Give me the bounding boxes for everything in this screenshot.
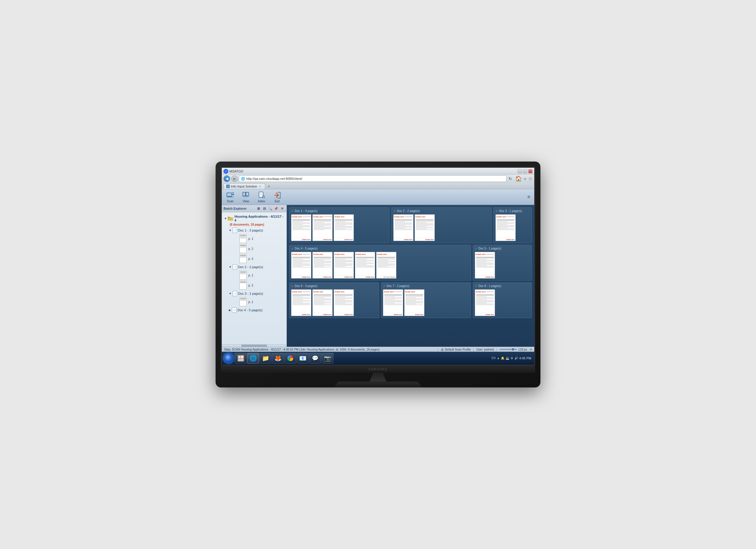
doc-page-thumb[interactable]: Kodak alaris ══════ — [496, 214, 516, 241]
page-line — [314, 297, 331, 297]
forward-button[interactable]: ▶ — [231, 175, 238, 182]
doc-page-thumb[interactable]: Kodak alaris ══════ — [393, 214, 413, 241]
refresh-icon[interactable]: ↺ — [529, 348, 532, 351]
scan-profile-text: Default Scan Profile — [445, 348, 471, 351]
minimize-button[interactable]: — — [518, 169, 522, 173]
tab-close-button[interactable]: × — [258, 185, 262, 188]
doc-page-thumb[interactable]: Kodak alaris ═══════ — [291, 214, 311, 241]
doc-2-check-icon: ✓ — [393, 209, 396, 213]
taskbar-app-explorer[interactable]: 🪟 — [235, 353, 247, 364]
start-button[interactable] — [223, 353, 234, 364]
thumb-line — [240, 257, 246, 258]
scrollbar-thumb[interactable] — [241, 345, 267, 347]
doc-page-thumb[interactable]: Kodak alaris — [312, 289, 333, 316]
page-line — [416, 225, 434, 226]
doc-2-title-row[interactable]: ▼ 📄 Doc 2 - 2 page(s) — [228, 264, 285, 270]
address-bar[interactable]: 🌐 http://qa-cam.cloudapp.net:8080/client… — [239, 175, 506, 182]
page-line — [292, 262, 310, 262]
doc-page-thumb[interactable]: Kodak alaris — [376, 252, 396, 278]
view-button[interactable]: View — [239, 190, 252, 204]
sidebar-pin-button[interactable]: 📌 — [273, 206, 279, 211]
doc-1-title-row[interactable]: ▼ 📄 Doc 1 - 3 page(s) — [228, 227, 285, 234]
taskbar-app-folder[interactable]: 📁 — [260, 353, 271, 364]
scan-profile-area: 🖨 Default Scan Profile — [441, 348, 471, 351]
page-thumb-content — [240, 271, 246, 279]
scan-button[interactable]: Scan — [224, 190, 237, 204]
doc-3-title-row[interactable]: ▼ 📄 Doc 3 - 1 page(s) — [228, 290, 285, 297]
page-item[interactable]: p. 1 — [238, 234, 285, 244]
batch-title-row[interactable]: ▼ Housing Applications - 4/11/17 - 4 — [223, 214, 285, 223]
kodak-brand: Kodak — [377, 253, 382, 255]
doc-2-icon: 📄 — [232, 264, 237, 270]
refresh-button[interactable]: ↻ — [508, 176, 513, 181]
sidebar-scrollbar[interactable] — [222, 344, 286, 347]
page-item[interactable]: p. 3 — [238, 254, 285, 264]
page-thumb — [239, 281, 247, 290]
doc-node-3: ▼ 📄 Doc 3 - 1 page(s) — [228, 290, 285, 307]
sidebar-search-button[interactable]: 🔍 — [268, 206, 273, 211]
index-button[interactable]: Index — [255, 190, 268, 204]
doc-page-thumb[interactable]: Kodak alaris — [415, 214, 435, 241]
page-footer-band: Kodak alaris — [496, 238, 515, 241]
taskbar-app-outlook[interactable]: 📧 — [297, 353, 309, 364]
maximize-button[interactable]: □ — [523, 169, 527, 173]
page-line — [476, 262, 487, 262]
close-button[interactable]: × — [528, 169, 532, 173]
page-item[interactable]: p. 2 — [238, 280, 285, 290]
page-header-band: Kodak alaris ══════ — [291, 290, 311, 294]
alaris-brand: alaris — [383, 253, 387, 255]
doc-1-collapse-arrow[interactable]: ▼ — [229, 229, 232, 232]
settings-icon[interactable]: ⚙ — [528, 176, 532, 182]
exit-button[interactable]: Exit — [271, 190, 284, 204]
page-footer-band: Kodak alaris — [291, 238, 311, 241]
doc-4-expand-arrow[interactable]: ▶ — [229, 309, 231, 312]
doc-page-thumb[interactable]: Kodak alaris ═══════ — [312, 214, 333, 241]
doc-2-collapse-arrow[interactable]: ▼ — [229, 265, 232, 268]
new-tab-button[interactable]: + — [266, 184, 272, 189]
page-footer-band: Kodak alaris — [334, 238, 353, 241]
page-line — [497, 228, 507, 228]
taskbar-app-camera[interactable]: 📷 — [322, 353, 333, 364]
doc-page-thumb[interactable]: Kodak alaris — [404, 289, 424, 316]
page-label: p. 2 — [248, 247, 253, 250]
doc-page-thumb[interactable]: Kodak alaris ══════ — [475, 252, 495, 278]
back-button[interactable]: ◀ — [224, 175, 230, 182]
page-line — [476, 261, 494, 261]
doc-2-page-list: p. 1 p. 2 — [238, 270, 285, 290]
page-line — [497, 219, 514, 220]
home-icon[interactable]: 🏠 — [515, 175, 522, 182]
doc-page-thumb[interactable]: Kodak alaris ══════ — [291, 252, 311, 278]
zoom-slider[interactable] — [499, 349, 517, 350]
doc-page-thumb[interactable]: Kodak alaris — [355, 252, 375, 278]
favorites-icon[interactable]: ★ — [523, 176, 527, 182]
doc-page-thumb[interactable]: Kodak alaris — [334, 214, 354, 241]
batch-collapse-arrow[interactable]: ▼ — [224, 217, 227, 220]
page-item[interactable]: p. 2 — [238, 244, 285, 254]
doc-page-thumb[interactable]: Kodak alaris ══════ — [475, 289, 495, 316]
tray-up-arrow[interactable]: ▲ — [497, 356, 500, 360]
doc-4-title-row[interactable]: ▶ 📄 Doc 4 - 5 page(s) — [228, 307, 285, 313]
page-line — [395, 222, 412, 223]
doc-4-pages: Kodak alaris ══════ — [291, 252, 469, 278]
page-content — [394, 219, 413, 238]
taskbar-app-chrome[interactable] — [284, 353, 296, 364]
expand-all-button[interactable]: ⊞ — [256, 206, 261, 211]
taskbar-app-ie[interactable]: 🌐 — [247, 353, 259, 364]
doc-page-thumb[interactable]: Kodak alaris — [334, 252, 354, 278]
footer-logo: Kodak alaris — [425, 239, 434, 240]
sidebar-close-button[interactable]: ✕ — [279, 206, 285, 211]
collapse-all-button[interactable]: ⊟ — [262, 206, 267, 211]
doc-page-thumb[interactable]: Kodak alaris — [312, 252, 333, 278]
doc-page-thumb[interactable]: Kodak alaris — [334, 289, 354, 316]
taskbar-app-firefox[interactable]: 🦊 — [272, 353, 284, 364]
doc-3-collapse-arrow[interactable]: ▼ — [229, 292, 232, 295]
page-thumb — [239, 254, 247, 263]
active-tab[interactable]: i Info Input Solution × — [224, 183, 265, 189]
page-item[interactable]: p. 1 — [238, 297, 285, 307]
zoom-thumb[interactable] — [512, 348, 514, 351]
page-item[interactable]: p. 1 — [238, 270, 285, 280]
taskbar-app-skype[interactable]: 💬 — [309, 353, 321, 364]
menu-button[interactable]: ≡ — [525, 193, 532, 201]
doc-page-thumb[interactable]: Kodak alaris ══════ — [291, 289, 311, 316]
doc-page-thumb[interactable]: Kodak alaris ══════ — [383, 289, 403, 316]
